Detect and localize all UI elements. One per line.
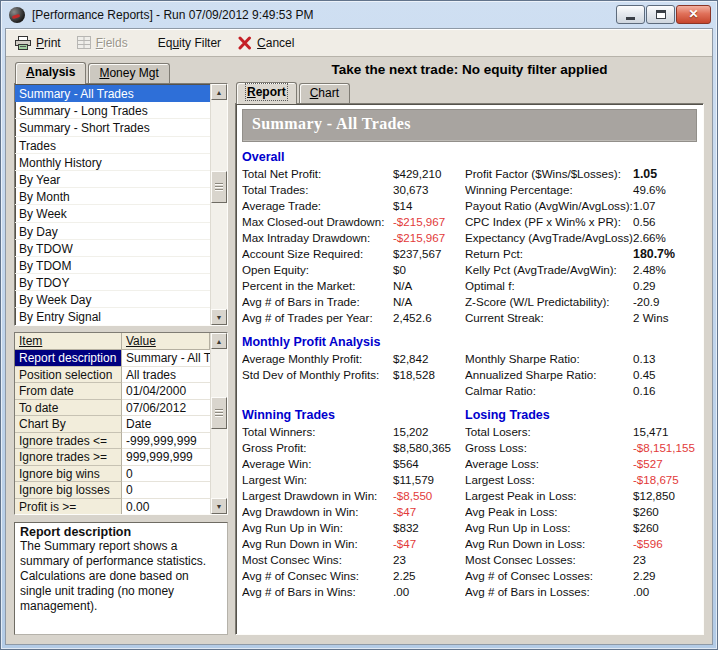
property-value[interactable]: 0.00 [122,499,210,515]
list-item[interactable]: By TDOW [15,240,210,257]
scroll-up-arrow-icon[interactable]: ▲ [211,333,227,349]
property-value[interactable]: All trades [122,367,210,384]
list-item[interactable]: By Year [15,171,210,188]
property-name[interactable]: Report description [15,350,122,367]
list-scrollbar[interactable]: ▲ ▼ [210,84,227,325]
tab-analysis[interactable]: Analysis [15,62,86,84]
list-item[interactable]: Trades [15,137,210,154]
stat-value: 0.16 [633,383,697,399]
list-scrollbar-track[interactable] [211,100,227,309]
minimize-button[interactable] [616,5,645,24]
stat-label: Average Monthly Profit: [242,351,393,367]
column-header-item[interactable]: Item [15,333,122,350]
property-row: Ignore big wins0 [15,466,210,483]
property-name[interactable]: To date [15,400,122,417]
list-item[interactable]: Summary - All Trades [15,85,210,102]
stat-label: Most Consec Losses: [465,552,633,568]
stat-row: Avg # of Consec Wins:2.25Avg # of Consec… [242,568,697,584]
list-item[interactable]: By TDOM [15,257,210,274]
property-value[interactable]: 07/06/2012 [122,400,210,417]
thumb-grip-icon [215,409,223,417]
stat-value: .00 [633,584,697,600]
maximize-button[interactable] [646,5,675,24]
report-section: Winning TradesLosing TradesTotal Winners… [242,408,697,600]
stat-label: Avg # of Trades per Year: [242,310,393,326]
property-value[interactable]: 0 [122,466,210,483]
property-value[interactable]: Date [122,416,210,433]
stat-value: -$215,967 [393,214,465,230]
stat-label: Total Net Profit: [242,166,393,182]
property-name[interactable]: Chart By [15,416,122,433]
list-item[interactable]: By Entry Signal [15,308,210,325]
stat-row: Gross Profit:$8,580,365Gross Loss:-$8,15… [242,440,697,456]
property-name[interactable]: Ignore big wins [15,466,122,483]
tab-report[interactable]: Report [236,82,297,104]
tab-money-mgt[interactable]: Money Mgt [88,63,169,83]
list-item[interactable]: Monthly History [15,154,210,171]
properties-scrollbar-track[interactable] [211,349,227,498]
window-title: [Performance Reports] - Run 07/09/2012 9… [32,8,616,22]
stat-row: Avg Drawdown in Win:-$47Avg Peak in Loss… [242,504,697,520]
stat-value: $564 [393,456,465,472]
property-name[interactable]: Ignore trades >= [15,449,122,466]
stat-value: 49.6% [633,182,697,198]
app-window: [Performance Reports] - Run 07/09/2012 9… [0,0,718,650]
stat-label: Average Loss: [465,456,633,472]
section-title-row: Winning TradesLosing Trades [242,408,697,422]
title-bar[interactable]: [Performance Reports] - Run 07/09/2012 9… [1,1,717,27]
property-name[interactable]: Ignore trades <= [15,433,122,450]
stat-value: -$527 [633,456,697,472]
property-value[interactable]: Summary - All T... [122,350,210,367]
list-scrollbar-thumb[interactable] [211,171,227,203]
list-item[interactable]: By TDOY [15,274,210,291]
list-item[interactable]: By Month [15,188,210,205]
property-name[interactable]: From date [15,383,122,400]
scroll-down-arrow-icon[interactable]: ▼ [211,498,227,514]
stat-row: Total Trades:30,673Winning Percentage:49… [242,182,697,198]
scroll-down-arrow-icon[interactable]: ▼ [211,309,227,325]
app-frame: Print Fields Equity Filter Cancel [5,28,713,645]
cancel-button[interactable]: Cancel [232,33,303,53]
property-name[interactable]: Ignore big losses [15,482,122,499]
stat-value: -$47 [393,536,465,552]
properties-scrollbar-thumb[interactable] [211,397,227,429]
stat-value: -$8,151,155 [633,440,697,456]
stat-value: 23 [633,552,697,568]
property-row: Ignore big losses0 [15,482,210,499]
stat-value: $18,528 [393,367,465,383]
stat-label: Payout Ratio (AvgWin/AvgLoss): [465,198,633,214]
scroll-up-arrow-icon[interactable]: ▲ [211,84,227,100]
close-button[interactable]: ✕ [676,5,711,24]
description-text: The Summary report shows a summary of pe… [20,539,222,614]
stat-row: Most Consec Wins:23Most Consec Losses:23 [242,552,697,568]
stat-value: $0 [393,262,465,278]
property-value[interactable]: 0 [122,482,210,499]
property-value[interactable]: 01/04/2000 [122,383,210,400]
stat-value: 2.25 [393,568,465,584]
column-header-value[interactable]: Value [122,333,210,350]
property-row: From date01/04/2000 [15,383,210,400]
stat-value: 0.56 [633,214,697,230]
stat-row: Open Equity:$0Kelly Pct (AvgTrade/AvgWin… [242,262,697,278]
property-row: Profit is >=0.00 [15,499,210,515]
property-value[interactable]: 999,999,999 [122,449,210,466]
property-name[interactable]: Position selection [15,367,122,384]
properties-scrollbar[interactable]: ▲ ▼ [210,333,227,514]
stat-value: $14 [393,198,465,214]
list-item[interactable]: By Week Day [15,291,210,308]
property-name[interactable]: Profit is >= [15,499,122,515]
property-value[interactable]: -999,999,999 [122,433,210,450]
list-item[interactable]: By Day [15,223,210,240]
stat-label: Avg # of Bars in Wins: [242,584,393,600]
list-item[interactable]: Summary - Long Trades [15,102,210,119]
report-panel: Summary - All Trades OverallTotal Net Pr… [235,103,704,635]
stat-value: 2,452.6 [393,310,465,326]
list-item[interactable]: By Week [15,205,210,222]
stat-row: Calmar Ratio:0.16 [242,383,697,399]
list-item[interactable]: Summary - Short Trades [15,119,210,136]
tab-chart[interactable]: Chart [299,83,350,103]
equity-filter-button[interactable]: Equity Filter [153,33,230,53]
stat-label: Avg Peak in Loss: [465,504,633,520]
print-button[interactable]: Print [10,33,70,53]
stat-row: Avg # of Trades per Year:2,452.6Current … [242,310,697,326]
